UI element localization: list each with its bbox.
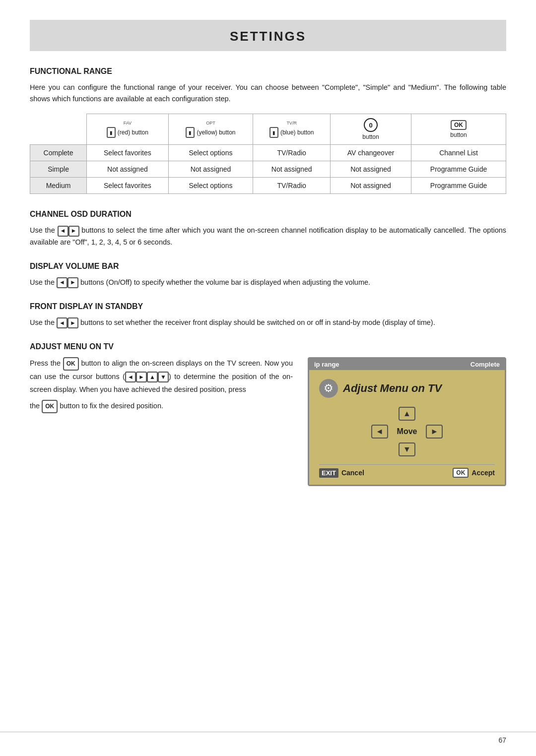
section-front-display: FRONT DISPLAY IN STANDBY Use the ◄► butt… <box>30 302 506 328</box>
blue-button-icon: ▮ <box>269 127 278 138</box>
section-functional-range: FUNCTIONAL RANGE Here you can configure … <box>30 67 506 194</box>
col-header-yellow: OPT ▮ (yellow) button <box>168 114 253 145</box>
cell-complete-zero: AV changeover <box>330 145 411 161</box>
page-number: 67 <box>498 736 506 744</box>
ok-button-inline: OK <box>63 357 79 371</box>
channel-osd-body: Use the ◄► buttons to select the time af… <box>30 225 506 248</box>
tv-right-button: ► <box>426 425 443 439</box>
cancel-label: Cancel <box>341 469 364 477</box>
left-arrow-icon: ◄ <box>57 317 67 328</box>
adjust-menu-content: Press the OK button to align the on-scre… <box>30 357 506 486</box>
tv-screen-container: ip range Complete ⚙ Adjust Menu on TV ▲ <box>308 357 506 486</box>
tv-screen-header: ip range Complete <box>309 359 505 370</box>
gear-icon: ⚙ <box>319 379 338 398</box>
tv-nav-middle-row: ◄ Move ► <box>371 425 443 439</box>
zero-button-label: button <box>362 133 379 140</box>
page-title: SETTINGS <box>30 20 506 51</box>
table-row: Simple Not assigned Not assigned Not ass… <box>30 161 506 178</box>
cell-simple-red: Not assigned <box>87 161 169 178</box>
tv-screen-body: ⚙ Adjust Menu on TV ▲ ◄ Move ► <box>309 370 505 485</box>
ok-button-label: button <box>450 131 467 138</box>
right-arrow-icon: ► <box>68 226 79 237</box>
tv-screen: ip range Complete ⚙ Adjust Menu on TV ▲ <box>308 357 506 486</box>
left-arrow-icon: ◄ <box>58 226 68 237</box>
cell-simple-zero: Not assigned <box>330 161 411 178</box>
down-arrow-icon: ▼ <box>158 372 169 382</box>
left-arrow-icon: ◄ <box>57 277 67 288</box>
blue-button-label: (blue) button <box>280 129 314 136</box>
section-display-volume: DISPLAY VOLUME BAR Use the ◄► buttons (O… <box>30 262 506 288</box>
right-arrow-icon: ► <box>136 372 147 382</box>
yellow-button-label: (yellow) button <box>197 129 235 136</box>
screen-title-text: Adjust Menu on TV <box>343 382 442 395</box>
page-footer: 67 <box>0 732 536 744</box>
cell-complete-yellow: Select options <box>168 145 253 161</box>
col-header-red: FAV ▮ (red) button <box>87 114 169 145</box>
section-channel-osd: CHANNEL OSD DURATION Use the ◄► buttons … <box>30 210 506 248</box>
left-arrow-icon: ◄ <box>125 372 136 382</box>
right-arrow-icon: ► <box>67 317 78 328</box>
cell-complete-blue: TV/Radio <box>253 145 331 161</box>
accept-label: Accept <box>471 469 495 477</box>
cell-complete-red: Select favorites <box>87 145 169 161</box>
tv-down-button: ▼ <box>399 442 415 456</box>
display-volume-title: DISPLAY VOLUME BAR <box>30 262 506 271</box>
table-row: Complete Select favorites Select options… <box>30 145 506 161</box>
page: SETTINGS FUNCTIONAL RANGE Here you can c… <box>0 0 536 756</box>
tv-screen-title: ⚙ Adjust Menu on TV <box>319 379 495 398</box>
tv-cancel-button: EXIT Cancel <box>319 468 364 478</box>
table-row: Medium Select favorites Select options T… <box>30 178 506 194</box>
tv-left-button: ◄ <box>371 425 388 439</box>
cell-medium-yellow: Select options <box>168 178 253 194</box>
adjust-menu-text: Press the OK button to align the on-scre… <box>30 357 293 413</box>
screen-header-right: Complete <box>470 361 500 368</box>
red-button-icon: ▮ <box>107 127 116 138</box>
cell-medium-ok: Programme Guide <box>411 178 506 194</box>
section-adjust-menu: ADJUST MENU ON TV Press the OK button to… <box>30 342 506 486</box>
col-header-ok: OK button <box>411 114 506 145</box>
yellow-button-icon: ▮ <box>186 127 195 138</box>
table-empty-header <box>30 114 87 145</box>
adjust-menu-title: ADJUST MENU ON TV <box>30 342 506 351</box>
tv-nav-up-row: ▲ <box>399 407 415 421</box>
red-button-label: (red) button <box>118 129 148 136</box>
front-display-body: Use the ◄► buttons to set whether the re… <box>30 317 506 328</box>
cell-medium-blue: TV/Radio <box>253 178 331 194</box>
ok-tag: OK <box>453 468 469 478</box>
front-display-title: FRONT DISPLAY IN STANDBY <box>30 302 506 311</box>
cell-simple-yellow: Not assigned <box>168 161 253 178</box>
screen-header-left: ip range <box>314 361 339 368</box>
col-header-blue: TV/R ▮ (blue) button <box>253 114 331 145</box>
tv-nav-down-row: ▼ <box>399 442 415 456</box>
ok-button-inline2: OK <box>42 400 58 413</box>
tv-accept-button: OK Accept <box>453 468 495 478</box>
tv-screen-footer: EXIT Cancel OK Accept <box>319 464 495 478</box>
right-arrow-icon: ► <box>67 277 78 288</box>
tv-nav-area: ▲ ◄ Move ► ▼ <box>319 407 495 456</box>
tv-up-button: ▲ <box>399 407 415 421</box>
col-header-zero: 0 button <box>330 114 411 145</box>
mode-complete: Complete <box>30 145 87 161</box>
display-volume-body: Use the ◄► buttons (On/Off) to specify w… <box>30 277 506 288</box>
functional-range-body: Here you can configure the functional ra… <box>30 82 506 105</box>
cell-simple-ok: Programme Guide <box>411 161 506 178</box>
cell-simple-blue: Not assigned <box>253 161 331 178</box>
up-arrow-icon: ▲ <box>147 372 158 382</box>
cell-medium-red: Select favorites <box>87 178 169 194</box>
functional-range-table: FAV ▮ (red) button OPT ▮ (yel <box>30 114 506 194</box>
cell-medium-zero: Not assigned <box>330 178 411 194</box>
mode-simple: Simple <box>30 161 87 178</box>
mode-medium: Medium <box>30 178 87 194</box>
exit-tag: EXIT <box>319 468 338 478</box>
functional-range-title: FUNCTIONAL RANGE <box>30 67 506 76</box>
channel-osd-title: CHANNEL OSD DURATION <box>30 210 506 219</box>
cell-complete-ok: Channel List <box>411 145 506 161</box>
tv-nav-label: Move <box>397 427 417 436</box>
